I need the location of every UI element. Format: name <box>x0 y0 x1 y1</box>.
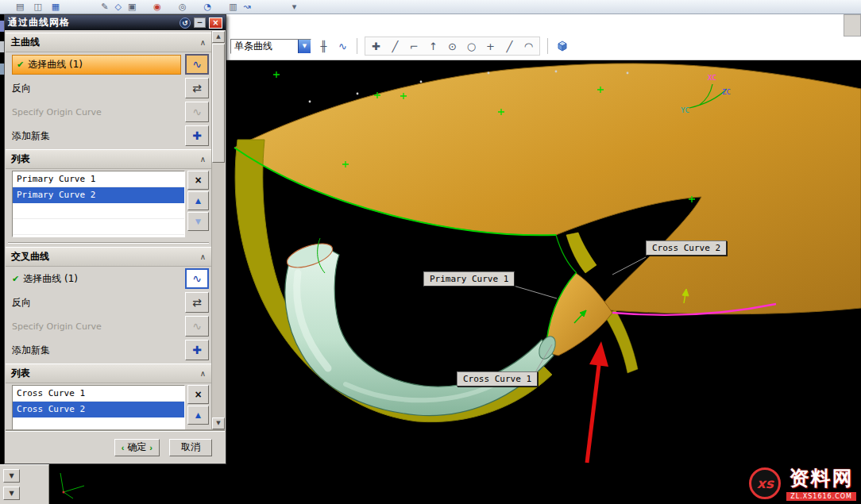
list-item-empty[interactable] <box>13 203 184 219</box>
snap-point-icon[interactable]: ✚ <box>369 40 383 52</box>
cross-move-up-button[interactable]: ▲ <box>187 406 209 425</box>
collapsed-toolbar-widget: ▼ ▼ <box>0 464 49 504</box>
primary-select-curve-label: 选择曲线 (1) <box>28 58 83 71</box>
collapse-chevron-icon[interactable]: ∧ <box>200 155 206 164</box>
primary-curve-1-tag[interactable]: Primary Curve 1 <box>423 271 515 287</box>
dialog-minimize-button[interactable]: − <box>194 17 206 28</box>
add-new-set-icon: ✚ <box>192 344 202 356</box>
cross-curve-2-tag[interactable]: Cross Curve 2 <box>646 240 727 256</box>
existing-point-icon[interactable]: + <box>484 40 497 52</box>
expand-toolbar-button[interactable]: ▼ <box>3 487 20 500</box>
viewport-3d[interactable]: XC ZC YC <box>226 60 861 504</box>
cancel-button[interactable]: 取消 <box>169 439 212 456</box>
more-commands-icon[interactable]: ▾ <box>292 1 297 13</box>
list-item-selected[interactable]: Cross Curve 2 <box>13 402 184 417</box>
point-on-surface-icon[interactable]: ◠ <box>522 40 535 52</box>
cross-select-curve-button[interactable]: ∿ <box>185 268 209 289</box>
cross-list-header[interactable]: 列表 ∧ <box>6 364 211 383</box>
scroll-down-icon[interactable]: ▼ <box>212 417 225 429</box>
end-point-icon[interactable]: ╱ <box>388 40 402 52</box>
primary-add-set-button[interactable]: ✚ <box>185 125 209 146</box>
collapse-chevron-icon[interactable]: ∧ <box>200 252 206 261</box>
primary-origin-label: Specify Origin Curve <box>12 107 102 117</box>
expand-toolbar-button[interactable]: ▼ <box>3 469 20 483</box>
curve-rule-value: 单条曲线 <box>231 40 298 53</box>
check-icon: ✔ <box>12 274 19 284</box>
cross-curve-1-tag[interactable]: Cross Curve 1 <box>457 371 538 387</box>
point-on-curve-icon[interactable]: ╱ <box>503 40 516 52</box>
shell-icon[interactable]: ▥ <box>229 1 237 13</box>
cross-origin-button[interactable]: ∿ <box>185 316 209 337</box>
watermark-title: 资料网 <box>790 465 854 491</box>
primary-curves-section-header[interactable]: 主曲线 ∧ <box>6 33 211 52</box>
dialog-titlebar[interactable]: 通过曲线网格 ↺ − × <box>5 15 226 30</box>
dialog-close-button[interactable]: × <box>209 17 222 29</box>
red-annotation-arrow <box>587 341 608 463</box>
primary-list-buttons: × ▲ ▼ <box>187 171 209 231</box>
watermark-logo-icon: xs <box>749 467 781 499</box>
primary-reverse-button[interactable]: ⇄ <box>185 78 209 98</box>
scroll-up-icon[interactable]: ▲ <box>212 31 225 43</box>
hole-icon[interactable]: ◎ <box>179 1 187 13</box>
cross-select-curve-row[interactable]: ✔ 选择曲线 (1) ∿ <box>6 267 211 290</box>
revolve-icon[interactable]: ◉ <box>153 1 161 13</box>
cross-reverse-label: 反向 <box>12 296 31 310</box>
cross-curves-section-header[interactable]: 交叉曲线 ∧ <box>6 247 211 267</box>
primary-add-set-row: 添加新集 ✚ <box>6 124 211 148</box>
edge-blend-icon[interactable]: ◔ <box>204 1 212 13</box>
chevron-down-icon[interactable]: ▼ <box>298 40 311 53</box>
extrude-icon[interactable]: ▣ <box>128 1 136 13</box>
primary-select-curve-button[interactable]: ∿ <box>185 54 209 75</box>
curve-rule-combo[interactable]: 单条曲线 ▼ <box>230 39 311 54</box>
primary-move-up-button[interactable]: ▲ <box>187 191 209 210</box>
arc-center-icon[interactable]: ⊙ <box>446 40 459 52</box>
dialog-scrollbar[interactable]: ▲ ▼ <box>211 31 225 429</box>
list-item-empty[interactable] <box>13 219 184 235</box>
delete-icon: × <box>195 388 201 401</box>
origin-curve-icon: ∿ <box>192 320 202 333</box>
primary-move-down-button[interactable]: ▼ <box>187 212 209 231</box>
follow-fillet-icon[interactable]: ∿ <box>336 40 349 52</box>
arrow-up-icon: ▲ <box>194 195 203 206</box>
primary-curve-list[interactable]: Primary Curve 1 Primary Curve 2 <box>12 171 185 237</box>
primary-reverse-label: 反向 <box>12 82 31 95</box>
primary-origin-button[interactable]: ∿ <box>185 102 209 122</box>
save-icon[interactable]: ▦ <box>52 1 60 13</box>
datum-plane-icon[interactable]: ◇ <box>114 1 121 13</box>
open-icon[interactable]: ◫ <box>33 1 41 13</box>
control-point-icon[interactable]: ↑ <box>427 40 440 52</box>
cross-reverse-button[interactable]: ⇄ <box>185 292 209 313</box>
cross-origin-label: Specify Origin Curve <box>12 321 102 332</box>
primary-list-area: Primary Curve 1 Primary Curve 2 × ▲ ▼ <box>6 169 211 239</box>
cross-list-area: Cross Curve 1 Cross Curve 2 × ▲ <box>6 383 211 437</box>
ok-button[interactable]: ‹ 确定 › <box>114 439 160 456</box>
cross-curve-list[interactable]: Cross Curve 1 Cross Curve 2 <box>12 385 185 436</box>
new-part-icon[interactable]: ▤ <box>16 1 24 13</box>
through-curve-mesh-icon[interactable]: ↝ <box>244 1 251 13</box>
collapse-chevron-icon[interactable]: ∧ <box>200 369 206 378</box>
list-item[interactable]: Primary Curve 1 <box>13 171 184 187</box>
lower-ribbon-surface[interactable] <box>604 310 638 373</box>
watermark-url: ZL.XS1616.COM <box>786 492 856 501</box>
cross-select-curve-label: 选择曲线 (1) <box>23 272 78 286</box>
sketch-icon[interactable]: ✎ <box>101 1 108 13</box>
stop-at-intersection-icon[interactable]: ╫ <box>317 40 330 52</box>
primary-origin-row: Specify Origin Curve ∿ <box>6 100 211 124</box>
list-item[interactable]: Cross Curve 1 <box>13 386 184 402</box>
primary-remove-button[interactable]: × <box>187 171 209 190</box>
shaded-cube-icon[interactable] <box>555 39 569 53</box>
mid-point-icon[interactable]: ⌐ <box>407 40 421 52</box>
dialog-reset-icon[interactable]: ↺ <box>180 17 191 29</box>
arrow-down-icon: ▼ <box>194 216 203 227</box>
section-separator <box>8 242 209 244</box>
cross-remove-button[interactable]: × <box>187 385 209 404</box>
cross-add-set-button[interactable]: ✚ <box>185 340 209 360</box>
collapse-chevron-icon[interactable]: ∧ <box>200 38 206 47</box>
scrollbar-thumb[interactable] <box>212 44 225 163</box>
quadrant-point-icon[interactable]: ○ <box>465 40 478 52</box>
list-item-selected[interactable]: Primary Curve 2 <box>13 187 184 203</box>
primary-select-curve-row[interactable]: ✔ 选择曲线 (1) ∿ <box>6 52 211 76</box>
curve-icon: ∿ <box>192 272 202 285</box>
clipped-toolbar-fragment <box>0 63 5 75</box>
primary-list-header[interactable]: 列表 ∧ <box>6 149 211 169</box>
